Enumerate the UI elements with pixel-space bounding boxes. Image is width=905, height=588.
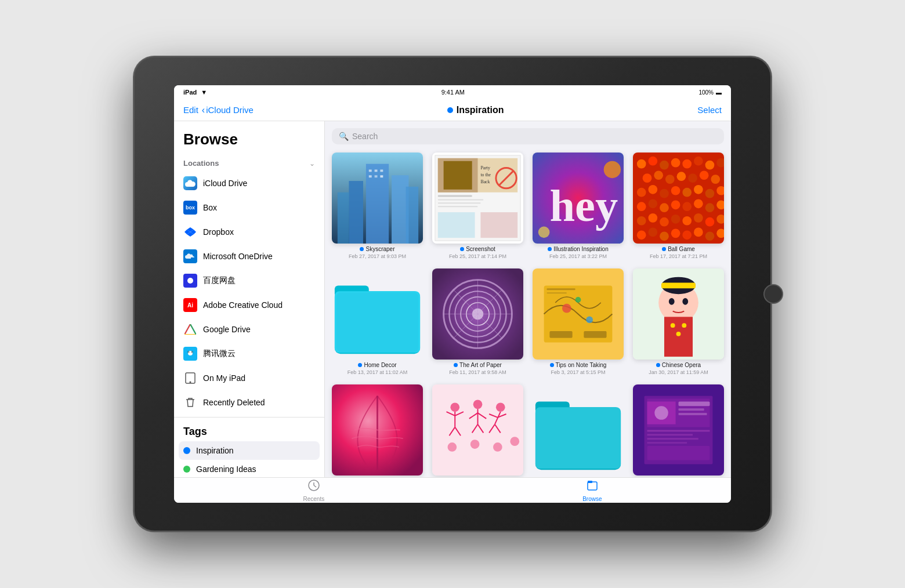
file-item-pink-leaf[interactable]: Pink Leaf Jan 28, 2017 at 3:09 PM bbox=[332, 384, 423, 477]
file-item-art-paper[interactable]: The Art of Paper Feb 11, 2017 at 9:58 AM bbox=[432, 268, 523, 375]
svg-point-61 bbox=[711, 175, 720, 184]
svg-text:Back: Back bbox=[480, 179, 490, 184]
edit-button[interactable]: Edit bbox=[183, 105, 198, 115]
tags-label: Tags bbox=[183, 426, 207, 438]
tencent-label: 腾讯微云 bbox=[203, 349, 236, 359]
ball-game-date: Feb 17, 2017 at 7:21 PM bbox=[650, 253, 707, 259]
svg-text:Party: Party bbox=[480, 165, 490, 170]
svg-point-150 bbox=[493, 442, 502, 452]
skyscraper-thumb bbox=[332, 153, 423, 244]
search-icon: 🔍 bbox=[339, 132, 349, 141]
file-item-illustration[interactable]: hey Illustration Inspiration Feb 25, 201… bbox=[533, 153, 624, 259]
search-placeholder: Search bbox=[352, 132, 378, 141]
park-sketch-thumb bbox=[432, 384, 523, 476]
sidebar-item-dropbox[interactable]: Dropbox bbox=[174, 220, 324, 244]
sidebar-item-tencent[interactable]: 腾讯微云 bbox=[174, 342, 324, 366]
screenshot-dot bbox=[460, 247, 464, 251]
svg-point-91 bbox=[694, 228, 703, 237]
tencent-icon bbox=[183, 347, 197, 361]
folder-title: Inspiration bbox=[457, 105, 504, 115]
svg-rect-21 bbox=[375, 169, 378, 172]
svg-rect-24 bbox=[375, 175, 378, 177]
file-item-ball-game[interactable]: Ball Game Feb 17, 2017 at 7:21 PM bbox=[633, 153, 724, 259]
ipad-label: iPad bbox=[183, 89, 197, 96]
select-button[interactable]: Select bbox=[697, 105, 722, 115]
file-item-park-sketch[interactable]: Park Sketch Jan 21, 2017 at 5:35 PM bbox=[432, 384, 523, 477]
sidebar-item-gdrive[interactable]: Google Drive bbox=[174, 317, 324, 342]
file-item-screenshot[interactable]: Party to the Back bbox=[432, 153, 523, 259]
svg-point-72 bbox=[660, 203, 669, 212]
chinese-opera-date: Jan 30, 2017 at 11:59 AM bbox=[649, 369, 708, 375]
file-item-illustrations[interactable]: Illustrations Jan 17, 2017 at 1:36 PM bbox=[533, 384, 624, 477]
onedrive-label: Microsoft OneDrive bbox=[203, 252, 273, 261]
svg-point-149 bbox=[470, 440, 480, 449]
tag-gardening[interactable]: Gardening Ideas bbox=[174, 460, 324, 477]
sidebar-item-onedrive[interactable]: Microsoft OneDrive bbox=[174, 244, 324, 268]
file-item-home-decor[interactable]: Home Decor Feb 13, 2017 at 11:02 AM bbox=[332, 268, 423, 375]
home-decor-thumb bbox=[332, 268, 423, 360]
svg-point-65 bbox=[671, 186, 680, 195]
svg-point-48 bbox=[648, 157, 657, 166]
chinese-opera-name: Chinese Opera bbox=[662, 362, 701, 368]
svg-point-70 bbox=[637, 202, 646, 211]
svg-rect-114 bbox=[549, 331, 572, 338]
svg-rect-19 bbox=[406, 187, 419, 244]
file-item-modern-jewelry[interactable]: Modern Jewelry Jan 14, 2017 at 9:57 AM bbox=[633, 384, 724, 477]
sidebar-item-recently-deleted[interactable]: Recently Deleted bbox=[174, 390, 324, 415]
sidebar-item-box[interactable]: box Box bbox=[174, 195, 324, 220]
icloud-icon bbox=[183, 176, 197, 190]
locations-header[interactable]: Locations ⌄ bbox=[174, 155, 324, 171]
svg-rect-161 bbox=[679, 408, 704, 411]
svg-point-86 bbox=[637, 230, 646, 239]
illustration-name: Illustration Inspiration bbox=[553, 246, 609, 252]
file-item-skyscraper[interactable]: Skyscraper Feb 27, 2017 at 9:03 PM bbox=[332, 153, 423, 259]
sidebar-item-icloud[interactable]: iCloud Drive bbox=[174, 171, 324, 195]
ipad-label: On My iPad bbox=[203, 373, 245, 383]
svg-point-63 bbox=[648, 185, 657, 194]
svg-point-47 bbox=[637, 159, 646, 169]
sidebar-item-baidu[interactable]: 百度网盘 bbox=[174, 268, 324, 293]
svg-rect-166 bbox=[647, 442, 687, 444]
nav-title: Inspiration bbox=[447, 105, 504, 115]
svg-rect-160 bbox=[679, 401, 710, 406]
svg-rect-40 bbox=[438, 212, 475, 238]
svg-text:to the: to the bbox=[480, 172, 491, 177]
svg-rect-116 bbox=[547, 288, 575, 290]
sidebar: Browse Locations ⌄ iCloud Drive bbox=[174, 121, 325, 477]
tips-label-row: Tips on Note Taking bbox=[550, 362, 607, 368]
svg-point-130 bbox=[450, 402, 459, 412]
search-bar[interactable]: 🔍 Search bbox=[332, 128, 724, 144]
inspiration-tag-label: Inspiration bbox=[196, 446, 234, 455]
svg-point-44 bbox=[604, 161, 621, 178]
screenshot-label-row: Screenshot bbox=[460, 246, 495, 252]
tab-browse[interactable]: Browse bbox=[582, 479, 602, 502]
svg-point-90 bbox=[682, 230, 692, 239]
file-item-chinese-opera[interactable]: Chinese Opera Jan 30, 2017 at 11:59 AM bbox=[633, 268, 724, 375]
browse-tab-label: Browse bbox=[582, 496, 602, 502]
nav-bar: Edit ‹ iCloud Drive Inspiration Select bbox=[174, 99, 731, 121]
tips-name: Tips on Note Taking bbox=[556, 362, 607, 368]
svg-point-111 bbox=[562, 304, 571, 313]
sidebar-item-ipad[interactable]: On My iPad bbox=[174, 366, 324, 390]
file-item-tips[interactable]: Tips on Note Taking Feb 3, 2017 at 5:15 … bbox=[533, 268, 624, 375]
tab-recents[interactable]: Recents bbox=[303, 479, 324, 502]
home-button[interactable] bbox=[763, 284, 783, 304]
back-button[interactable]: ‹ iCloud Drive bbox=[202, 105, 254, 115]
back-chevron-icon: ‹ bbox=[202, 105, 205, 115]
svg-marker-5 bbox=[184, 324, 196, 335]
nav-left: Edit ‹ iCloud Drive bbox=[183, 105, 254, 115]
svg-point-53 bbox=[705, 161, 715, 170]
svg-line-6 bbox=[184, 324, 190, 335]
svg-point-136 bbox=[473, 400, 483, 409]
svg-point-124 bbox=[682, 298, 688, 305]
ipad-screen: iPad ▼ 9:41 AM 100% ▬ Edit ‹ iCloud Driv… bbox=[174, 85, 731, 503]
battery-icon: ▬ bbox=[716, 89, 722, 96]
tag-inspiration[interactable]: Inspiration bbox=[179, 441, 320, 460]
sidebar-item-adobe[interactable]: Ai Adobe Creative Cloud bbox=[174, 293, 324, 317]
svg-rect-41 bbox=[480, 212, 517, 238]
svg-point-159 bbox=[654, 406, 668, 420]
skyscraper-dot bbox=[360, 247, 364, 251]
illustration-label-row: Illustration Inspiration bbox=[548, 246, 609, 252]
gardening-tag-label: Gardening Ideas bbox=[196, 464, 256, 474]
svg-point-55 bbox=[643, 173, 652, 183]
